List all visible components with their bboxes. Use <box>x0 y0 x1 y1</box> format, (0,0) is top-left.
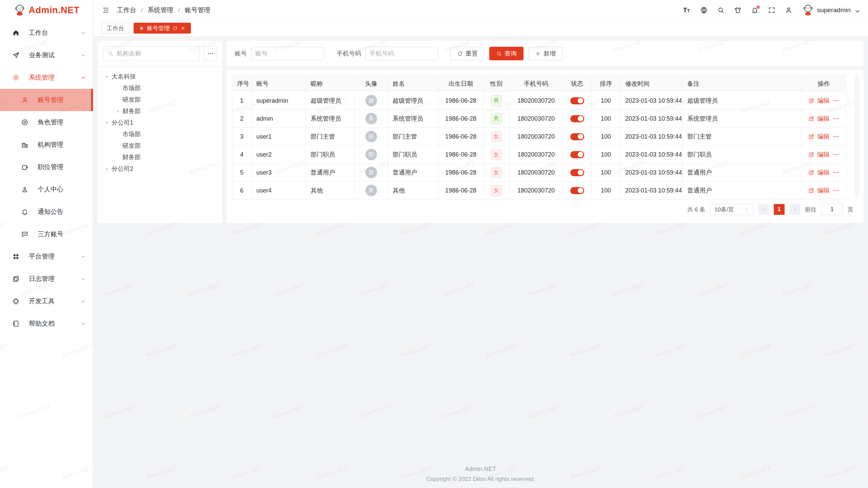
font-size-icon[interactable]: TT <box>683 6 691 14</box>
fullscreen-icon[interactable] <box>768 6 775 14</box>
status-toggle[interactable] <box>570 151 584 158</box>
query-button[interactable]: 查询 <box>489 47 524 60</box>
user-avatar: 普 <box>366 167 377 178</box>
name-cell: 部门职员 <box>393 151 417 158</box>
edit-button[interactable]: 编辑 <box>817 150 830 159</box>
account-table: 序号账号昵称头像姓名出生日期性别手机号码状态排序修改时间备注操作 1supera… <box>232 75 846 200</box>
current-page[interactable]: 1 <box>774 204 785 215</box>
tab-bar: 工作台 账号管理 <box>93 20 868 36</box>
more-actions-button[interactable] <box>833 187 840 194</box>
home-icon <box>12 29 20 37</box>
next-page-button[interactable] <box>789 204 800 215</box>
row-index: 3 <box>240 133 243 140</box>
sidebar-item-notice-manage[interactable]: 通知公告 <box>0 201 93 223</box>
mtime-cell: 2023-01-03 10:59:44 <box>625 151 682 158</box>
account-label: 账号 <box>235 49 247 58</box>
status-toggle[interactable] <box>570 97 584 104</box>
birth-cell: 1986-06-28 <box>445 115 476 122</box>
tab-workbench[interactable]: 工作台 <box>101 23 130 34</box>
tree-node[interactable]: 研发部 <box>103 94 217 105</box>
table-row: 2admin系统管理员系系统管理员1986-06-28男180200307201… <box>232 110 846 128</box>
more-actions-button[interactable] <box>833 97 840 104</box>
sidebar-item-system-manage[interactable]: 系统管理 <box>0 66 93 89</box>
status-toggle[interactable] <box>570 169 584 176</box>
org-search-input[interactable] <box>117 50 195 57</box>
more-actions-button[interactable] <box>833 115 840 122</box>
sidebar-item-position-manage[interactable]: 职位管理 <box>0 156 93 178</box>
tree-node[interactable]: 财务部 <box>103 105 217 117</box>
tree-node[interactable]: 研发部 <box>103 140 217 151</box>
refresh-icon[interactable] <box>173 26 178 31</box>
caret-icon[interactable] <box>104 120 110 126</box>
tree-node[interactable]: 分公司2 <box>103 163 217 175</box>
sidebar-item-help-docs[interactable]: 帮助文档 <box>0 312 93 335</box>
page-size-select[interactable]: 10条/页 <box>710 204 753 215</box>
edit-button[interactable]: 编辑 <box>817 186 830 195</box>
column-header: 性别 <box>483 76 510 92</box>
sidebar-item-platform-manage[interactable]: 平台管理 <box>0 245 93 268</box>
more-actions-button[interactable] <box>833 151 840 158</box>
sidebar-item-dev-tools[interactable]: 开发工具 <box>0 290 93 312</box>
sidebar-item-log-manage[interactable]: 日志管理 <box>0 268 93 290</box>
more-actions-button[interactable] <box>833 133 840 140</box>
prev-page-button[interactable] <box>758 204 769 215</box>
table-scrollbar[interactable] <box>855 75 859 197</box>
org-tree-panel: 大名科技市场部研发部财务部分公司1市场部研发部财务部分公司2 <box>98 41 222 223</box>
theme-icon[interactable] <box>734 6 742 14</box>
app-logo[interactable]: Admin.NET <box>0 0 93 20</box>
tree-node[interactable]: 分公司1 <box>103 117 217 128</box>
tree-node[interactable]: 市场部 <box>103 82 217 94</box>
search-icon[interactable] <box>717 6 725 14</box>
phone-input[interactable] <box>365 47 438 60</box>
sidebar-item-third-account[interactable]: 三方账号 <box>0 223 93 245</box>
sidebar-item-personal-center[interactable]: 个人中心 <box>0 178 93 201</box>
logo-monkey-icon <box>14 4 26 16</box>
caret-icon[interactable] <box>104 166 110 172</box>
tree-node[interactable]: 市场部 <box>103 128 217 140</box>
edit-button[interactable]: 编辑 <box>817 97 830 105</box>
status-toggle[interactable] <box>570 187 584 194</box>
tree-node[interactable]: 财务部 <box>103 151 217 163</box>
sidebar-item-workbench[interactable]: 工作台 <box>0 22 93 44</box>
tree-node[interactable]: 大名科技 <box>103 71 217 82</box>
notification-icon[interactable] <box>751 6 758 14</box>
column-header: 序号 <box>232 76 252 92</box>
caret-icon[interactable] <box>104 74 110 80</box>
breadcrumb-item[interactable]: 工作台 <box>117 6 136 15</box>
row-index: 2 <box>240 115 243 122</box>
sidebar-item-role-manage[interactable]: 角色管理 <box>0 111 93 134</box>
sidebar-item-business-test[interactable]: 业务测试 <box>0 44 93 66</box>
language-icon[interactable] <box>700 6 708 14</box>
menu-fold-icon[interactable] <box>102 6 110 14</box>
tree-node-label: 财务部 <box>122 107 141 115</box>
edit-button[interactable]: 编辑 <box>817 168 830 177</box>
edit-button[interactable]: 编辑 <box>817 115 830 123</box>
reset-button[interactable]: 重置 <box>450 47 485 60</box>
username: superadmin <box>817 6 851 14</box>
profile-icon[interactable] <box>785 6 792 14</box>
user-avatar: 超 <box>366 95 377 106</box>
account-cell: user2 <box>256 151 272 158</box>
chevron-up-icon <box>80 75 86 81</box>
name-cell: 普通用户 <box>393 169 417 176</box>
sidebar-item-org-manage[interactable]: 机构管理 <box>0 134 93 156</box>
book-icon <box>12 320 20 327</box>
close-icon[interactable] <box>180 26 185 31</box>
footer-title: Admin.NET <box>93 466 868 473</box>
caret-icon[interactable] <box>115 108 121 114</box>
sex-badge: 女 <box>491 149 502 160</box>
status-toggle[interactable] <box>570 133 584 140</box>
breadcrumb-item[interactable]: 系统管理 <box>147 6 173 15</box>
tab-account-manage[interactable]: 账号管理 <box>134 23 191 34</box>
user-menu[interactable]: superadmin <box>802 4 859 16</box>
more-button[interactable] <box>204 46 217 61</box>
more-actions-button[interactable] <box>833 169 840 176</box>
status-toggle[interactable] <box>570 115 584 122</box>
breadcrumb-item[interactable]: 账号管理 <box>185 6 211 15</box>
add-button[interactable]: 新增 <box>528 47 563 60</box>
phone-cell: 18020030720 <box>517 97 555 104</box>
goto-page-input[interactable] <box>821 204 843 215</box>
sidebar-item-account-manage[interactable]: 账号管理 <box>0 89 93 111</box>
account-input[interactable] <box>251 47 324 60</box>
edit-button[interactable]: 编辑 <box>817 133 830 141</box>
